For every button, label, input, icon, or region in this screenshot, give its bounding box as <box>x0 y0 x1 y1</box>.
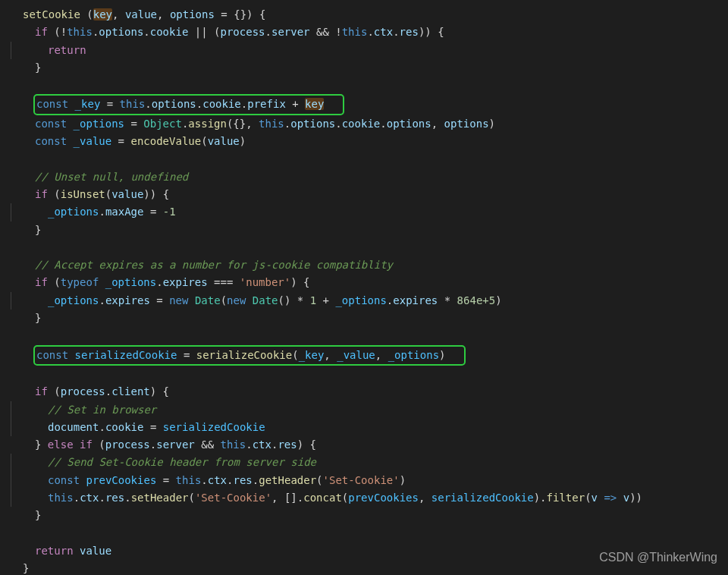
blank-line <box>11 366 728 383</box>
code-line: } <box>11 309 728 327</box>
code-editor[interactable]: setCookie (key, value, options = {}) { i… <box>11 6 728 575</box>
code-line: const _value = encodeValue(value) <box>11 133 728 150</box>
code-line: document.cookie = serializedCookie <box>11 419 728 436</box>
blank-line <box>11 150 728 168</box>
code-line: _options.maxAge = -1 <box>11 203 728 221</box>
code-line: const prevCookies = this.ctx.res.getHead… <box>11 472 728 489</box>
code-line: } <box>11 59 728 77</box>
comment-line: // Set in browser <box>11 401 728 419</box>
comment-line: // Unset null, undefined <box>11 168 728 186</box>
comment-line: // Send Set-Cookie header from server si… <box>11 454 728 471</box>
code-line: setCookie (key, value, options = {}) { <box>11 6 728 24</box>
comment-line: // Accept expires as a number for js-coo… <box>11 256 728 274</box>
blank-line <box>11 525 728 542</box>
code-line: } <box>11 507 728 524</box>
highlighted-line-2: const serializedCookie = serializeCookie… <box>11 345 728 366</box>
code-line: } <box>11 222 728 239</box>
code-line: const _options = Object.assign({}, this.… <box>11 115 728 133</box>
code-line: } else if (process.server && this.ctx.re… <box>11 436 728 454</box>
code-line: return <box>11 42 728 59</box>
code-line: if (process.client) { <box>11 383 728 401</box>
watermark: CSDN @ThinkerWing <box>599 548 717 566</box>
blank-line <box>11 77 728 94</box>
code-line: this.ctx.res.setHeader('Set-Cookie', [].… <box>11 489 728 507</box>
blank-line <box>11 327 728 344</box>
code-line: if (!this.options.cookie || (process.ser… <box>11 24 728 41</box>
highlighted-line-1: const _key = this.options.cookie.prefix … <box>11 94 728 115</box>
code-line: _options.expires = new Date(new Date() *… <box>11 292 728 309</box>
code-line: if (isUnset(value)) { <box>11 186 728 203</box>
blank-line <box>11 239 728 256</box>
code-line: if (typeof _options.expires === 'number'… <box>11 274 728 291</box>
